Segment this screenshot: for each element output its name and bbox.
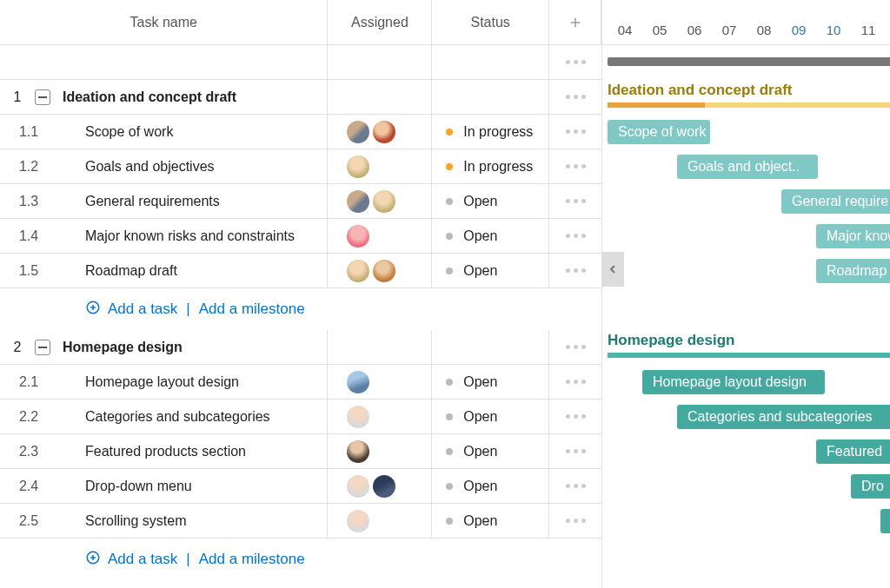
timeline-day[interactable]: 04 [608, 23, 642, 44]
task-row[interactable]: 2.1Homepage layout designOpen [0, 365, 601, 400]
gantt-bar[interactable]: Scope of work [608, 120, 710, 144]
collapse-panel-button[interactable] [602, 252, 624, 287]
avatar[interactable] [347, 371, 369, 393]
status-cell[interactable]: Open [432, 434, 549, 468]
avatar[interactable] [347, 190, 369, 213]
row-actions-button[interactable] [566, 519, 586, 523]
timeline-day[interactable]: 10 [816, 23, 851, 44]
add-task-link[interactable]: Add a task [85, 550, 177, 570]
assigned-cell[interactable] [328, 469, 432, 503]
task-name: Featured products section [57, 444, 246, 459]
assigned-cell[interactable] [328, 365, 432, 399]
status-cell[interactable]: Open [432, 400, 549, 433]
avatar[interactable] [373, 475, 395, 498]
row-actions-button[interactable] [566, 60, 586, 64]
gantt-bar[interactable]: Dro [851, 474, 890, 499]
status-cell[interactable]: Open [432, 219, 549, 253]
status-cell[interactable]: Open [432, 365, 549, 399]
task-row[interactable]: 1.5Roadmap draftOpen [0, 254, 601, 288]
status-cell[interactable]: Open [432, 254, 549, 287]
task-row[interactable]: 1.1Scope of workIn progress [0, 115, 601, 149]
row-actions-button[interactable] [566, 199, 586, 203]
avatar[interactable] [347, 440, 369, 463]
task-row[interactable]: 2.4Drop-down menuOpen [0, 469, 601, 504]
task-row[interactable]: 1.3General requirementsOpen [0, 184, 601, 219]
col-header-task[interactable]: Task name [0, 0, 328, 44]
assigned-cell[interactable] [328, 115, 432, 149]
status-cell[interactable]: In progress [432, 115, 549, 149]
timeline-header[interactable]: 0405060708091011 [602, 0, 890, 45]
task-number: 1.3 [0, 194, 57, 209]
task-row[interactable]: 2.3Featured products sectionOpen [0, 434, 601, 469]
assigned-cell[interactable] [328, 434, 432, 468]
row-actions-button[interactable] [566, 414, 586, 419]
gantt-bar[interactable]: Categories and subcategories [677, 405, 890, 429]
summary-bar[interactable] [608, 57, 890, 66]
gantt-group-bar[interactable] [608, 353, 890, 358]
timeline-day[interactable]: 09 [781, 23, 816, 44]
gantt-bar[interactable] [880, 509, 890, 533]
gantt-group-bar[interactable] [608, 102, 890, 108]
status-cell[interactable]: Open [432, 504, 549, 538]
row-actions-button[interactable] [566, 484, 586, 488]
group-row[interactable]: 1Ideation and concept draft [0, 80, 601, 115]
assigned-cell[interactable] [328, 219, 432, 253]
timeline-day[interactable]: 08 [747, 23, 781, 44]
add-column-button[interactable] [549, 0, 601, 44]
status-cell[interactable]: Open [432, 184, 549, 218]
avatar[interactable] [373, 260, 395, 282]
avatar[interactable] [347, 406, 369, 428]
avatar[interactable] [347, 475, 369, 498]
gantt-bar[interactable]: Major know [816, 224, 890, 248]
timeline-day[interactable]: 06 [677, 23, 712, 44]
assigned-cell[interactable] [328, 400, 432, 433]
avatar[interactable] [347, 510, 369, 532]
task-row[interactable]: 1.4Major known risks and constraintsOpen [0, 219, 601, 254]
add-milestone-link[interactable]: Add a milestone [199, 551, 305, 568]
row-actions-button[interactable] [566, 95, 586, 99]
group-number: 1 [0, 89, 35, 105]
timeline-day[interactable]: 05 [642, 23, 677, 44]
row-actions-button[interactable] [566, 449, 586, 453]
status-cell[interactable]: In progress [432, 149, 549, 183]
gantt-bar[interactable]: Featured [816, 439, 890, 464]
avatar[interactable] [347, 155, 369, 178]
assigned-cell[interactable] [328, 184, 432, 218]
row-actions-button[interactable] [566, 234, 586, 238]
timeline-day[interactable]: 07 [712, 23, 747, 44]
task-row[interactable]: 1.2Goals and objectivesIn progress [0, 149, 601, 184]
assigned-cell[interactable] [328, 149, 432, 183]
timeline-day[interactable]: 11 [851, 23, 886, 44]
avatar[interactable] [347, 225, 369, 248]
assigned-cell[interactable] [328, 504, 432, 538]
row-actions-button[interactable] [566, 129, 586, 134]
row-actions-button[interactable] [566, 164, 586, 168]
col-header-assigned[interactable]: Assigned [328, 0, 432, 44]
task-row[interactable]: 2.5Scrolling systemOpen [0, 504, 601, 538]
add-milestone-link[interactable]: Add a milestone [199, 301, 305, 318]
plus-circle-icon [85, 550, 101, 565]
collapse-toggle[interactable] [35, 340, 50, 355]
row-actions-button[interactable] [566, 345, 586, 349]
collapse-toggle[interactable] [35, 89, 50, 105]
assigned-cell[interactable] [328, 254, 432, 287]
row-actions-button[interactable] [566, 380, 586, 384]
add-task-link[interactable]: Add a task [85, 300, 177, 320]
gantt-bar[interactable]: Homepage layout design [642, 370, 825, 394]
status-text: Open [463, 444, 497, 459]
gantt-bar[interactable]: General require [781, 189, 890, 214]
avatar[interactable] [373, 121, 395, 143]
gantt-bar[interactable]: Roadmap d [816, 259, 890, 283]
separator: | [177, 301, 198, 318]
gantt-bar[interactable]: Goals and object.. [677, 155, 818, 179]
avatar[interactable] [347, 121, 369, 143]
avatar[interactable] [347, 260, 369, 282]
task-row[interactable]: 2.2Categories and subcategoriesOpen [0, 400, 601, 434]
col-header-status[interactable]: Status [432, 0, 549, 44]
group-row[interactable]: 2Homepage design [0, 330, 601, 365]
row-actions-button[interactable] [566, 268, 586, 273]
gantt-task-row: Featured [602, 434, 890, 469]
avatar[interactable] [373, 190, 395, 213]
task-name: Drop-down menu [57, 479, 192, 494]
status-cell[interactable]: Open [432, 469, 549, 503]
